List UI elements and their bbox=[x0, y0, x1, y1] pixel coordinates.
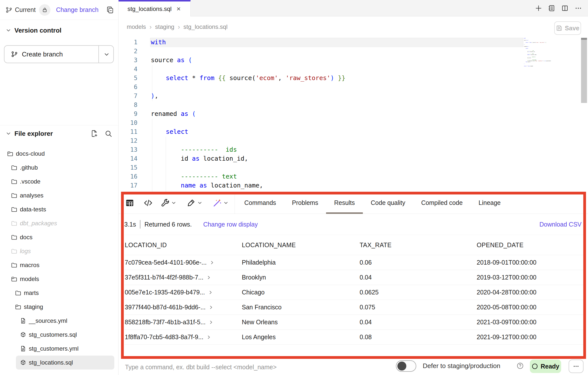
magic-wand-icon bbox=[212, 198, 222, 208]
close-tab-icon[interactable]: × bbox=[176, 5, 180, 12]
cell-location_id: 7c079cea-5ed4-4101-906e-... bbox=[124, 259, 241, 266]
chevron-down-icon bbox=[5, 131, 11, 137]
lock-icon bbox=[42, 7, 48, 13]
expand-cell-icon[interactable] bbox=[208, 290, 213, 295]
search-icon[interactable] bbox=[104, 130, 112, 138]
build-options-button[interactable] bbox=[160, 198, 176, 208]
format-options-button[interactable] bbox=[186, 198, 203, 208]
table-view-icon[interactable] bbox=[125, 198, 134, 208]
cell-tax_rate: 0.04 bbox=[359, 274, 476, 281]
result-row: 37e5f311-b7f4-4f2f-988b-7...Brooklyn0.04… bbox=[124, 270, 583, 285]
cell-location_name: San Francisco bbox=[241, 304, 359, 311]
branch-lock-badge bbox=[39, 4, 50, 16]
cell-location_id: 005e7e1c-1935-4269-b479... bbox=[124, 289, 241, 296]
file-tree-item--sources-yml[interactable]: __sources.yml bbox=[0, 314, 119, 328]
command-input[interactable] bbox=[125, 361, 374, 373]
expand-cell-icon[interactable] bbox=[210, 260, 214, 265]
cell-opened_date: 2020-04-28T00:00:00 bbox=[476, 289, 583, 296]
help-icon[interactable] bbox=[516, 362, 524, 370]
file-tree-item-staging[interactable]: staging bbox=[0, 300, 119, 314]
create-branch-button[interactable]: Create branch bbox=[4, 45, 114, 63]
cell-location_id: 1f8ffa70-7cb5-4d83-8a7f-9... bbox=[124, 333, 241, 341]
command-bar: Defer to staging/production Ready bbox=[119, 359, 588, 375]
file-tree-item-stg-customers-yml[interactable]: stg_customers.yml bbox=[0, 342, 119, 356]
results-tab-compiled-code[interactable]: Compiled code bbox=[413, 192, 471, 214]
folder-icon bbox=[11, 234, 17, 240]
split-pane-icon[interactable] bbox=[561, 4, 569, 12]
results-tab-code-quality[interactable]: Code quality bbox=[363, 192, 413, 214]
cell-location_name: New Orleans bbox=[241, 319, 359, 326]
file-tree-item-docs[interactable]: docs bbox=[0, 230, 119, 244]
results-tab-problems[interactable]: Problems bbox=[284, 192, 326, 214]
change-row-display-link[interactable]: Change row display bbox=[203, 221, 258, 228]
new-file-icon[interactable] bbox=[90, 130, 98, 138]
chevron-down-icon bbox=[5, 27, 11, 33]
breadcrumb: models staging stg_locations.sql bbox=[119, 16, 588, 37]
results-tab-results[interactable]: Results bbox=[326, 192, 363, 214]
file-explorer-header[interactable]: File explorer bbox=[0, 128, 119, 139]
column-header-opened_date: OPENED_DATE bbox=[476, 241, 583, 249]
folder-icon bbox=[11, 248, 17, 254]
more-options-button[interactable] bbox=[569, 360, 584, 373]
file-tree-item--vscode[interactable]: .vscode bbox=[0, 175, 119, 188]
version-control-header[interactable]: Version control bbox=[0, 25, 119, 36]
file-tree-item-macros[interactable]: macros bbox=[0, 258, 119, 272]
file-tree-item-data-tests[interactable]: data-tests bbox=[0, 202, 119, 216]
file-tree-item-analyses[interactable]: analyses bbox=[0, 188, 119, 202]
file-tree-item-stg-locations-sql[interactable]: stg_locations.sql bbox=[16, 356, 114, 370]
model-icon bbox=[20, 359, 26, 366]
model-icon bbox=[20, 331, 26, 338]
file-tree-item-label: docs bbox=[20, 234, 33, 241]
file-tree-item-models[interactable]: models bbox=[0, 272, 119, 286]
file-tree-item-label: models bbox=[20, 276, 39, 282]
results-tab-lineage[interactable]: Lineage bbox=[471, 192, 509, 214]
copy-icon[interactable] bbox=[106, 6, 114, 14]
results-tab-commands[interactable]: Commands bbox=[236, 192, 284, 214]
tab-stg-locations-sql[interactable]: stg_locations.sql × bbox=[119, 0, 191, 16]
breadcrumb-separator bbox=[149, 23, 152, 31]
folder-open-icon bbox=[7, 150, 13, 157]
change-branch-link[interactable]: Change branch bbox=[56, 6, 98, 13]
file-tree-item-stg-customers-sql[interactable]: stg_customers.sql bbox=[0, 328, 119, 342]
file-tree-item--github[interactable]: .github bbox=[0, 161, 119, 175]
editor-scrollbar[interactable] bbox=[581, 38, 587, 103]
file-tree-item-logs[interactable]: logs bbox=[0, 244, 119, 258]
chevron-down-icon[interactable] bbox=[103, 51, 110, 58]
expand-cell-icon[interactable] bbox=[206, 275, 211, 280]
git-branch-icon bbox=[11, 51, 18, 58]
defer-toggle[interactable] bbox=[396, 360, 416, 372]
breadcrumb-file[interactable]: stg_locations.sql bbox=[183, 23, 227, 30]
new-tab-plus-icon[interactable] bbox=[535, 4, 542, 12]
notebook-icon[interactable] bbox=[548, 4, 555, 12]
expand-cell-icon[interactable] bbox=[209, 320, 213, 325]
folder-icon bbox=[11, 220, 17, 227]
breadcrumb-staging[interactable]: staging bbox=[155, 23, 174, 30]
file-tree-item-docs-cloud[interactable]: docs-cloud bbox=[0, 147, 119, 161]
save-button[interactable]: Save bbox=[554, 21, 581, 35]
cell-opened_date: 2020-05-08T00:00:00 bbox=[476, 304, 583, 311]
expand-cell-icon[interactable] bbox=[209, 305, 213, 310]
code-editor[interactable]: 1234567891011121314151617 with source as… bbox=[119, 37, 588, 192]
file-tree-item-label: marts bbox=[24, 289, 39, 296]
download-csv-link[interactable]: Download CSV bbox=[539, 221, 582, 228]
code-content[interactable]: with source as ( select * from {{ source… bbox=[151, 38, 345, 190]
file-tree-item-label: dbt_packages bbox=[20, 220, 57, 227]
toolbar-divider bbox=[235, 192, 235, 214]
code-view-icon[interactable] bbox=[143, 198, 153, 208]
file-tree-item-marts[interactable]: marts bbox=[0, 286, 119, 300]
breadcrumb-models[interactable]: models bbox=[127, 23, 146, 30]
file-tree-item-dbt-packages[interactable]: dbt_packages bbox=[0, 216, 119, 230]
more-options-icon[interactable] bbox=[575, 4, 582, 12]
minimap[interactable]: with source as ( select * from {{ source… bbox=[524, 38, 562, 110]
result-row: 7c079cea-5ed4-4101-906e-...Philadelphia0… bbox=[124, 255, 583, 270]
cell-tax_rate: 0.075 bbox=[359, 304, 476, 311]
file-tree-item-label: stg_locations.sql bbox=[29, 359, 73, 366]
folder-icon bbox=[11, 262, 17, 268]
file-tree-item-label: .github bbox=[20, 164, 38, 171]
status-badge-ready[interactable]: Ready bbox=[530, 360, 561, 373]
folder-icon bbox=[11, 164, 17, 171]
ai-assist-button[interactable] bbox=[212, 198, 229, 208]
results-table-body: 7c079cea-5ed4-4101-906e-...Philadelphia0… bbox=[124, 255, 583, 345]
breadcrumb-separator bbox=[178, 23, 180, 31]
expand-cell-icon[interactable] bbox=[206, 335, 211, 340]
